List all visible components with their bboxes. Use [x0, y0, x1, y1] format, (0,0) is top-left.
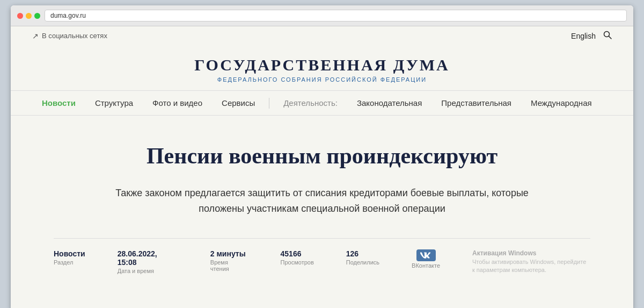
nav-item-foto[interactable]: Фото и видео — [143, 91, 212, 115]
social-networks-label: В социальных сетях — [42, 32, 107, 40]
meta-readtime-label: Время чтения — [210, 259, 248, 272]
browser-window: ↗ В социальных сетях English ГОСУДАРСТВЕ… — [11, 5, 633, 308]
article-title: Пенсии военным проиндексируют — [54, 142, 590, 169]
site-title-main: ГОСУДАРСТВЕННАЯ ДУМА — [32, 56, 612, 74]
meta-section-label: Раздел — [54, 259, 85, 266]
meta-readtime: 2 минуты Время чтения — [210, 249, 248, 272]
meta-datetime-value: 28.06.2022, 15:08 — [118, 249, 178, 267]
nav-separator — [269, 98, 269, 109]
meta-section: Новости Раздел — [54, 249, 85, 266]
windows-activation-text: Чтобы активировать Windows, перейдите к … — [472, 258, 590, 275]
share-icon: ↗ — [32, 32, 39, 40]
meta-shares-label: Поделились — [346, 259, 379, 266]
search-button[interactable] — [603, 31, 612, 41]
meta-datetime-label: Дата и время — [118, 268, 178, 274]
meta-datetime: 28.06.2022, 15:08 Дата и время — [118, 249, 178, 274]
windows-activation: Активация Windows Чтобы активировать Win… — [472, 249, 590, 275]
meta-readtime-value: 2 минуты — [210, 249, 248, 258]
site-wrapper: ↗ В социальных сетях English ГОСУДАРСТВЕ… — [11, 26, 633, 308]
nav-item-mezhdunarodnaya[interactable]: Международная — [521, 91, 602, 115]
vk-icon — [416, 249, 436, 261]
meta-shares-value: 126 — [346, 249, 379, 258]
language-link[interactable]: English — [571, 32, 596, 40]
search-icon — [603, 31, 612, 39]
top-bar: ↗ В социальных сетях English — [11, 26, 633, 45]
browser-dots — [17, 13, 40, 19]
close-dot[interactable] — [17, 13, 23, 19]
nav-item-servisy[interactable]: Сервисы — [212, 91, 265, 115]
social-networks-link[interactable]: ↗ В социальных сетях — [32, 32, 107, 40]
meta-section-value: Новости — [54, 249, 85, 258]
browser-chrome — [11, 5, 633, 26]
vk-label: ВКонтакте — [412, 262, 440, 269]
site-nav: Новости Структура Фото и видео Сервисы Д… — [11, 90, 633, 115]
url-bar[interactable] — [45, 10, 627, 22]
article-subtitle: Также законом предлагается защитить от с… — [102, 185, 542, 217]
site-title-sub: ФЕДЕРАЛЬНОГО СОБРАНИЯ РОССИЙСКОЙ ФЕДЕРАЦ… — [32, 76, 612, 83]
activity-label: Деятельность: — [274, 91, 347, 115]
site-header: ГОСУДАРСТВЕННАЯ ДУМА ФЕДЕРАЛЬНОГО СОБРАН… — [11, 45, 633, 90]
meta-views-value: 45166 — [281, 249, 314, 258]
top-bar-right: English — [571, 31, 612, 41]
nav-item-predstavitelnaya[interactable]: Представительная — [431, 91, 521, 115]
meta-views: 45166 Просмотров — [281, 249, 314, 266]
nav-item-zakonodatelnaya[interactable]: Законодательная — [347, 91, 431, 115]
nav-item-novosti[interactable]: Новости — [32, 91, 85, 115]
minimize-dot[interactable] — [26, 13, 32, 19]
meta-views-label: Просмотров — [281, 259, 314, 266]
svg-line-1 — [609, 37, 612, 39]
main-content: Пенсии военным проиндексируют Также зако… — [11, 116, 633, 291]
windows-activation-title: Активация Windows — [472, 249, 590, 257]
nav-item-struktura[interactable]: Структура — [85, 91, 143, 115]
meta-bar: Новости Раздел 28.06.2022, 15:08 Дата и … — [54, 238, 590, 275]
vk-button[interactable]: ВКонтакте — [412, 249, 440, 269]
meta-shares: 126 Поделились — [346, 249, 379, 266]
maximize-dot[interactable] — [34, 13, 40, 19]
